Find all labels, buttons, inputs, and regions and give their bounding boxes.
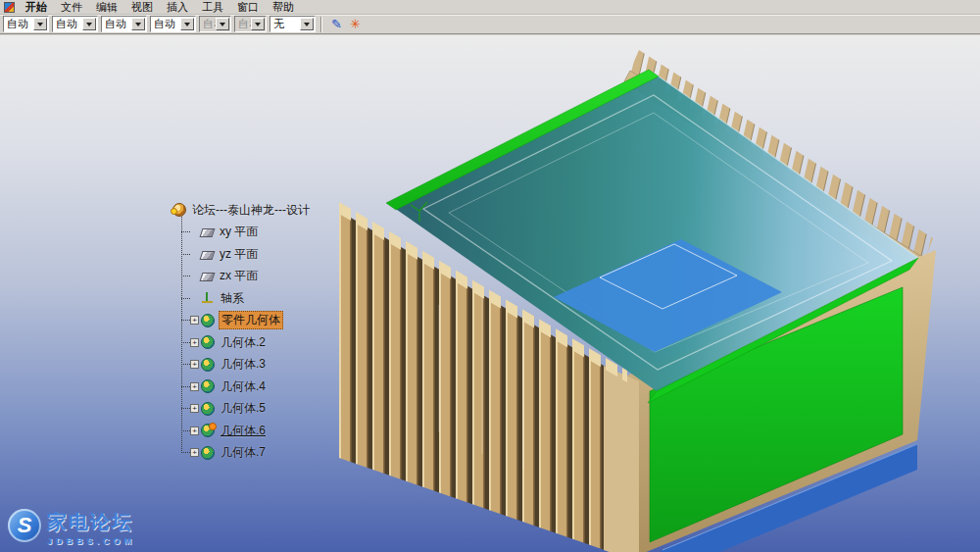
tree-item-label[interactable]: zx 平面: [218, 268, 260, 284]
tree-item[interactable]: 几何体.2: [178, 331, 312, 354]
tree-item-label[interactable]: 零件几何体: [219, 311, 283, 329]
tree-item-icon[interactable]: [200, 251, 216, 260]
tree-branch-line: [181, 364, 190, 365]
forum-logo-icon: S: [8, 509, 41, 542]
tree-item-icon[interactable]: [201, 379, 215, 393]
tree-item-label[interactable]: yz 平面: [218, 246, 260, 263]
expand-plus-icon[interactable]: [190, 404, 199, 413]
tree-item[interactable]: 几何体.4: [178, 376, 312, 398]
tree-branch-line: [181, 430, 190, 431]
menu-item[interactable]: 帮助: [266, 0, 301, 14]
tree-item-label[interactable]: 几何体.4: [219, 378, 268, 395]
tree-item[interactable]: 轴系: [178, 287, 312, 310]
menu-item[interactable]: 工具: [195, 0, 230, 14]
menu-item[interactable]: 编辑: [89, 0, 124, 14]
dropdown-arrow-icon[interactable]: [180, 18, 194, 30]
dropdown-arrow-icon[interactable]: [82, 18, 96, 30]
tree-item-icon[interactable]: [200, 228, 216, 237]
dropdown-arrow-icon[interactable]: [131, 18, 145, 30]
forum-subtitle: JDBBS.COM: [47, 536, 135, 546]
forum-text: 家电论坛 JDBBS.COM: [47, 509, 135, 546]
expand-plus-icon[interactable]: [190, 382, 199, 391]
tree-item-label[interactable]: 几何体.6: [219, 423, 268, 439]
expand-plus-icon[interactable]: [190, 360, 199, 369]
tree-item[interactable]: yz 平面: [178, 243, 312, 266]
toolbar-combobox[interactable]: 自动: [150, 16, 196, 32]
menu-item[interactable]: 开始: [19, 0, 54, 14]
toolbar-combobox[interactable]: 自动: [199, 16, 231, 32]
app-icon: [4, 2, 15, 13]
combobox-value: 自动: [151, 17, 180, 31]
model-canvas: [0, 35, 980, 552]
tree-item-label[interactable]: 几何体.3: [219, 356, 268, 373]
tree-item[interactable]: 几何体.3: [178, 354, 312, 376]
combobox-value: 自动: [235, 17, 251, 31]
toolbar: 自动 自动 自动 自动 自动 自动: [0, 15, 980, 34]
dropdown-arrow-icon[interactable]: [251, 18, 265, 30]
combobox-value: 无: [270, 17, 300, 31]
menu-item[interactable]: 视图: [124, 0, 160, 14]
toolbar-icons: ✎ ✳: [327, 16, 365, 33]
tree-item-label[interactable]: 轴系: [219, 290, 246, 307]
tree-item-icon[interactable]: [201, 402, 215, 416]
tree-item-label[interactable]: 几何体.2: [219, 334, 268, 351]
combobox-value: 自动: [102, 17, 131, 31]
menu-item[interactable]: 窗口: [230, 0, 266, 14]
tree-branch-line: [181, 276, 190, 276]
toolbar-combobox[interactable]: 自动: [234, 16, 267, 32]
menu-bar: 开始 文件 编辑 视图 插入 工具 窗口 帮助: [0, 0, 980, 15]
root-part-icon[interactable]: [172, 203, 186, 217]
specification-tree: 论坛---泰山神龙---设计 xy 平面 yz 平面: [172, 199, 312, 464]
forum-title: 家电论坛: [47, 509, 135, 535]
tree-item-icon[interactable]: [201, 424, 215, 437]
combobox-value: 自动: [53, 17, 82, 31]
tree-item-icon[interactable]: [201, 358, 215, 372]
tree-item-icon[interactable]: [201, 314, 215, 327]
toolbar-combobox[interactable]: 自动: [52, 16, 98, 32]
combobox-value: 自动: [4, 17, 33, 31]
tree-item-label[interactable]: 几何体.7: [219, 444, 268, 461]
toolbar-combobox[interactable]: 无: [270, 16, 316, 32]
tree-item-icon[interactable]: [201, 446, 215, 460]
menu-items: 开始 文件 编辑 视图 插入 工具 窗口 帮助: [19, 0, 301, 14]
tree-item[interactable]: 几何体.5: [178, 398, 312, 421]
tree-item[interactable]: xy 平面: [178, 222, 312, 244]
forum-watermark: S 家电论坛 JDBBS.COM: [8, 509, 135, 546]
toolbar-combobox[interactable]: 自动: [101, 16, 147, 32]
tree-item-label[interactable]: 几何体.5: [219, 400, 268, 417]
toolbar-tool-icon[interactable]: ✎: [327, 16, 346, 33]
toolbar-combobox[interactable]: 自动: [3, 16, 49, 32]
toolbar-combos: 自动 自动 自动 自动 自动 自动: [3, 16, 316, 32]
tree-item[interactable]: 零件几何体: [178, 310, 312, 332]
expand-plus-icon[interactable]: [190, 427, 199, 435]
tree-item[interactable]: 几何体.7: [178, 442, 312, 465]
tree-branch-line: [181, 320, 190, 321]
tree-branch-line: [181, 408, 190, 409]
toolbar-tool-icon[interactable]: ✳: [346, 16, 365, 33]
tree-root[interactable]: 论坛---泰山神龙---设计: [172, 199, 312, 222]
dropdown-arrow-icon[interactable]: [300, 18, 314, 30]
tree-branch-line: [181, 298, 190, 299]
tree-item-icon[interactable]: [201, 335, 215, 349]
expand-plus-icon[interactable]: [190, 338, 199, 347]
tree-item-icon[interactable]: [200, 273, 216, 281]
tree-branch-line: [181, 254, 190, 255]
tree-branch-line: [181, 386, 190, 387]
expand-plus-icon[interactable]: [190, 448, 199, 457]
tree-item-label[interactable]: xy 平面: [218, 224, 260, 240]
tree-children: xy 平面 yz 平面 zx 平面: [178, 222, 312, 465]
tree-branch-line: [181, 231, 190, 232]
tree-item-icon[interactable]: [201, 291, 215, 305]
dropdown-arrow-icon[interactable]: [216, 18, 229, 30]
tree-item[interactable]: 几何体.6: [178, 420, 312, 442]
model-corner-post[interactable]: [604, 366, 639, 552]
tree-root-label[interactable]: 论坛---泰山神龙---设计: [190, 202, 312, 219]
tree-branch-line: [181, 342, 190, 343]
3d-viewport[interactable]: 论坛---泰山神龙---设计 xy 平面 yz 平面: [0, 35, 980, 552]
combobox-value: 自动: [200, 17, 216, 31]
menu-item[interactable]: 文件: [54, 0, 89, 14]
dropdown-arrow-icon[interactable]: [33, 18, 47, 30]
menu-item[interactable]: 插入: [160, 0, 195, 14]
expand-plus-icon[interactable]: [190, 316, 199, 325]
tree-item[interactable]: zx 平面: [178, 266, 312, 288]
